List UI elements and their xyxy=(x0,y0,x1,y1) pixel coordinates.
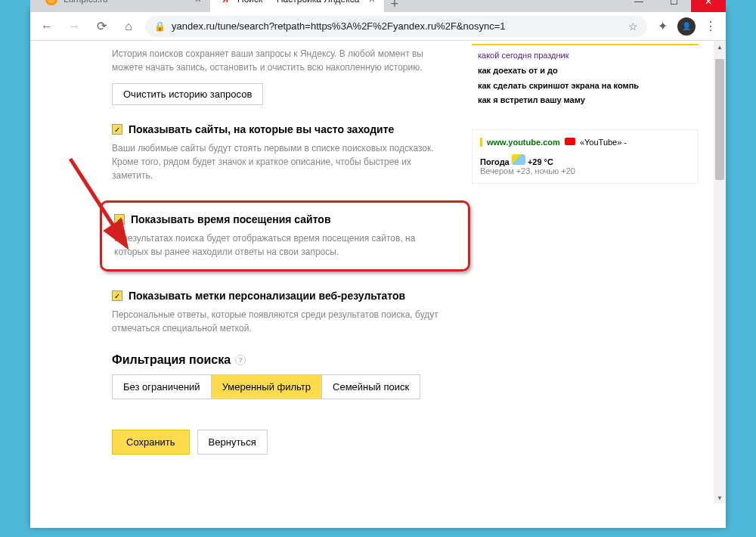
scroll-up-icon[interactable]: ▲ xyxy=(714,41,726,53)
tab-title: Поиск — Настройка Яндекса xyxy=(237,0,359,5)
tab-title: Lumpics.ru xyxy=(64,0,108,5)
weather-forecast: Вечером +23, ночью +20 xyxy=(480,166,690,175)
scrollbar[interactable]: ▲ ▼ xyxy=(714,41,726,504)
preview-url: www.youtube.com xyxy=(487,138,560,147)
clear-history-button[interactable]: Очистить историю запросов xyxy=(112,83,263,105)
weather-label: Погода xyxy=(480,157,510,166)
save-button[interactable]: Сохранить xyxy=(112,430,190,455)
checkbox-personalization[interactable]: ✓ xyxy=(112,290,122,301)
close-icon[interactable]: × xyxy=(195,0,201,5)
page-viewport: История поисков сохраняет ваши запросы к… xyxy=(30,41,726,504)
option-label: Показывать сайты, на которые вы часто за… xyxy=(129,123,394,135)
cancel-button[interactable]: Вернуться xyxy=(197,430,268,455)
tab-strip: Lumpics.ru × Я Поиск — Настройка Яндекса… xyxy=(30,0,726,12)
url-text: yandex.ru/tune/search?retpath=https%3A%2… xyxy=(172,20,506,32)
menu-icon[interactable]: ⋮ xyxy=(702,17,720,36)
option-visit-time-highlighted: ✓ Показывать время посещения сайтов В ре… xyxy=(100,200,470,272)
filter-radio-group: Без ограничений Умеренный фильтр Семейны… xyxy=(112,374,420,399)
tab-lumpics[interactable]: Lumpics.ru × xyxy=(36,0,210,12)
option-label: Показывать метки персонализации веб-резу… xyxy=(129,290,405,302)
weather-icon xyxy=(512,154,525,165)
back-button[interactable]: ← xyxy=(36,16,57,37)
suggestion-item: как доехать от и до xyxy=(478,64,692,79)
forward-button[interactable]: → xyxy=(64,16,85,37)
preview-name: «YouTube» - xyxy=(580,138,627,147)
new-tab-button[interactable]: + xyxy=(384,0,405,12)
reload-button[interactable]: ⟳ xyxy=(91,16,112,37)
tab-yandex-settings[interactable]: Я Поиск — Настройка Яндекса × xyxy=(210,0,384,12)
omnibox[interactable]: 🔒 yandex.ru/tune/search?retpath=https%3A… xyxy=(145,16,647,37)
checkbox-frequent-sites[interactable]: ✓ xyxy=(112,124,122,135)
minimize-button[interactable]: — xyxy=(621,0,656,12)
suggestion-item: как сделать скриншот экрана на компь xyxy=(478,79,692,94)
favorites-preview: www.youtube.com «YouTube» - Погода +29 °… xyxy=(472,129,699,184)
filter-title: Фильтрация поиска xyxy=(112,353,231,367)
filter-option-moderate[interactable]: Умеренный фильтр xyxy=(212,375,322,399)
weather-temp: +29 °C xyxy=(528,157,553,166)
suggestion-item: как я встретил вашу маму xyxy=(478,93,692,108)
suggestion-item: какой сегодня праздник xyxy=(478,48,692,64)
favicon-lumpics xyxy=(45,0,57,5)
scroll-thumb[interactable] xyxy=(715,59,724,180)
filter-option-none[interactable]: Без ограничений xyxy=(113,375,212,399)
sidebar-preview: какой сегодня праздник как доехать от и … xyxy=(472,44,699,184)
checkbox-visit-time[interactable]: ✓ xyxy=(114,214,125,225)
history-description: История поисков сохраняет ваши запросы к… xyxy=(112,47,445,74)
profile-avatar[interactable]: 👤 xyxy=(677,17,696,36)
option-personalization-marks: ✓ Показывать метки персонализации веб-ре… xyxy=(112,290,711,335)
help-icon[interactable]: ? xyxy=(235,355,246,365)
lock-icon: 🔒 xyxy=(154,21,166,32)
browser-window: Lumpics.ru × Я Поиск — Настройка Яндекса… xyxy=(30,9,726,528)
option-description: В результатах поиска будет отображаться … xyxy=(114,231,447,259)
maximize-button[interactable]: ☐ xyxy=(656,0,691,12)
address-bar: ← → ⟳ ⌂ 🔒 yandex.ru/tune/search?retpath=… xyxy=(30,12,726,41)
close-window-button[interactable]: ✕ xyxy=(691,0,726,12)
option-description: Персональные ответы, которые появляются … xyxy=(112,308,445,335)
youtube-icon xyxy=(565,138,575,145)
filter-option-family[interactable]: Семейный поиск xyxy=(322,375,420,399)
favicon-yandex: Я xyxy=(219,0,231,5)
filter-section: Фильтрация поиска ? Без ограничений Умер… xyxy=(112,353,711,399)
action-buttons: Сохранить Вернуться xyxy=(112,430,711,455)
option-description: Ваши любимые сайты будут стоять первыми … xyxy=(112,141,445,182)
scroll-down-icon[interactable]: ▼ xyxy=(714,492,726,504)
extensions-icon[interactable]: ✦ xyxy=(653,17,671,36)
bookmark-star-icon[interactable]: ☆ xyxy=(628,20,638,33)
suggestions-preview: какой сегодня праздник как доехать от и … xyxy=(472,44,699,114)
close-icon[interactable]: × xyxy=(369,0,375,5)
home-button[interactable]: ⌂ xyxy=(118,16,139,37)
option-label: Показывать время посещения сайтов xyxy=(131,213,331,225)
